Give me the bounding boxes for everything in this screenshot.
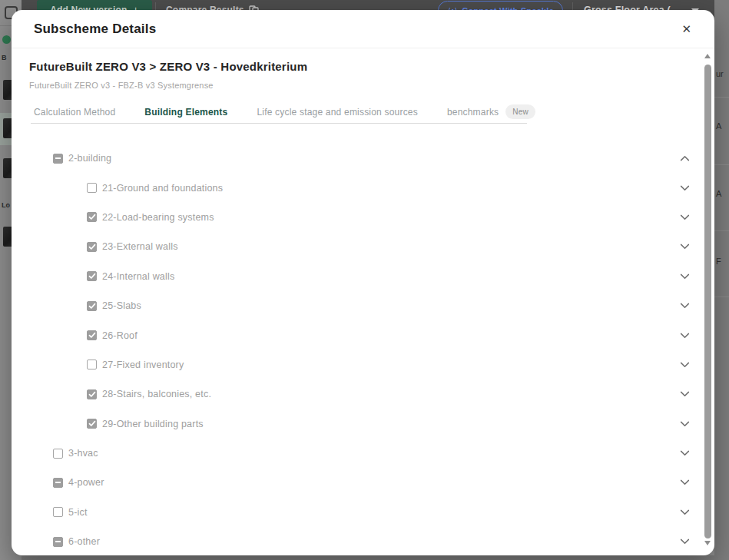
checkbox[interactable] (87, 389, 97, 399)
tree-row-label: 27-Fixed inventory (102, 360, 184, 370)
checkbox[interactable] (53, 449, 63, 459)
checkbox[interactable] (87, 419, 97, 429)
tree-row[interactable]: 6-other (12, 527, 714, 555)
tree-row-label: 2-building (68, 153, 111, 164)
scheme-title: FutureBuilt ZERO V3 > ZERO V3 - Hovedkri… (29, 60, 307, 73)
chevron-down-icon[interactable] (680, 303, 690, 309)
background-strip (22, 555, 729, 560)
check-icon (88, 332, 96, 339)
scroll-down-arrow-icon[interactable] (704, 541, 711, 545)
chevron-down-icon[interactable] (680, 450, 690, 456)
check-icon (88, 273, 96, 280)
tab-label: benchmarks (447, 107, 499, 118)
check-icon (88, 244, 96, 250)
tree-row[interactable]: 24-Internal walls (12, 262, 714, 291)
tree-row-label: 24-Internal walls (102, 271, 174, 282)
building-elements-tree: 2-building 21-Ground and foundations (12, 144, 714, 555)
check-icon (88, 420, 96, 427)
checkbox[interactable] (53, 537, 63, 547)
tree-row[interactable]: 4-power (12, 468, 714, 497)
tree-row-label: 6-other (68, 536, 100, 547)
tree-row[interactable]: 23-External walls (12, 232, 714, 261)
tree-row[interactable]: 26-Roof (12, 320, 714, 350)
new-badge: New (505, 104, 535, 119)
tab-benchmarks[interactable]: benchmarks New (447, 104, 535, 119)
tab-building-elements[interactable]: Building Elements (144, 107, 227, 118)
scrollbar-thumb[interactable] (704, 65, 711, 538)
divider (714, 297, 729, 297)
tab-label: Calculation Method (34, 107, 115, 118)
scheme-subtitle: FutureBuilt ZERO v3 - FBZ-B v3 Systemgre… (29, 81, 214, 90)
tab-label: Life cycle stage and emission sources (257, 107, 418, 118)
indeterminate-dash-icon (55, 541, 61, 542)
tree-row-label: 29-Other building parts (102, 419, 204, 429)
sidebar-label-b: B (2, 54, 7, 61)
tab-calculation-method[interactable]: Calculation Method (34, 107, 115, 118)
chevron-down-icon[interactable] (680, 391, 690, 397)
tab-life-cycle-stage-and-emission-sources[interactable]: Life cycle stage and emission sources (257, 107, 418, 118)
sidebar-label-lo: Lo (2, 201, 10, 209)
status-dot (2, 35, 11, 44)
checkbox[interactable] (53, 507, 63, 517)
tree-row[interactable]: 28-Stairs, balconies, etc. (12, 379, 714, 409)
checkbox[interactable] (87, 330, 97, 340)
tab-bar: Calculation Method Building Elements Lif… (34, 104, 535, 119)
chevron-down-icon[interactable] (680, 509, 690, 515)
chevron-down-icon[interactable] (680, 244, 690, 250)
checkbox[interactable] (87, 183, 97, 193)
checkbox[interactable] (87, 271, 97, 281)
tree-row[interactable]: 3-hvac (12, 439, 714, 468)
tab-label: Building Elements (144, 107, 227, 118)
checkbox[interactable] (53, 478, 63, 488)
checkbox[interactable] (87, 360, 97, 369)
check-icon (88, 303, 96, 310)
tree-row[interactable]: 2-building (12, 144, 714, 173)
chevron-down-icon[interactable] (680, 273, 690, 280)
tree-row-label: 3-hvac (68, 448, 98, 459)
checkbox[interactable] (87, 212, 97, 222)
close-icon[interactable]: ✕ (681, 23, 691, 35)
tree-row-label: 26-Roof (102, 330, 138, 341)
scroll-up-arrow-icon[interactable] (704, 54, 711, 58)
background-table-edge: ur A A F (714, 0, 729, 560)
background-text-fragment: ur (716, 69, 724, 78)
chevron-down-icon[interactable] (680, 538, 690, 545)
tree-row-label: 28-Stairs, balconies, etc. (102, 389, 211, 399)
subscheme-details-modal: Subscheme Details ✕ FutureBuilt ZERO V3 … (12, 10, 714, 555)
chevron-down-icon[interactable] (680, 333, 690, 339)
modal-body: FutureBuilt ZERO V3 > ZERO V3 - Hovedkri… (12, 48, 714, 555)
modal-title: Subscheme Details (34, 22, 156, 37)
check-icon (88, 391, 96, 398)
tree-row-label: 21-Ground and foundations (102, 183, 223, 194)
tree-row[interactable]: 27-Fixed inventory (12, 350, 714, 379)
indeterminate-dash-icon (55, 157, 61, 159)
tree-row-label: 5-ict (68, 507, 88, 518)
tree-row-label: 22-Load-bearing systems (102, 212, 214, 223)
chevron-down-icon[interactable] (680, 421, 690, 427)
indeterminate-dash-icon (55, 482, 61, 483)
divider (714, 164, 729, 165)
tree-row[interactable]: 22-Load-bearing systems (12, 203, 714, 232)
tree-row[interactable]: 25-Slabs (12, 291, 714, 320)
background-text-fragment: F (716, 257, 721, 266)
checkbox[interactable] (87, 301, 97, 311)
chevron-down-icon[interactable] (680, 214, 690, 220)
chevron-down-icon[interactable] (680, 362, 690, 368)
divider (714, 97, 729, 98)
checkbox[interactable] (87, 242, 97, 252)
tree-row[interactable]: 29-Other building parts (12, 409, 714, 439)
tree-row[interactable]: 21-Ground and foundations (12, 173, 714, 202)
modal-header: Subscheme Details ✕ (12, 10, 714, 48)
divider (714, 230, 729, 231)
tree-row-label: 23-External walls (102, 241, 178, 252)
tree-row[interactable]: 5-ict (12, 498, 714, 527)
modal-scrollbar[interactable] (704, 51, 711, 551)
tree-row-label: 4-power (68, 477, 104, 488)
chevron-down-icon[interactable] (680, 479, 690, 485)
chevron-up-icon[interactable] (680, 155, 690, 161)
checkbox[interactable] (53, 154, 63, 164)
tree-row-label: 25-Slabs (102, 300, 141, 311)
background-text-fragment: A (716, 121, 721, 131)
divider (31, 123, 527, 124)
chevron-down-icon[interactable] (680, 185, 690, 191)
